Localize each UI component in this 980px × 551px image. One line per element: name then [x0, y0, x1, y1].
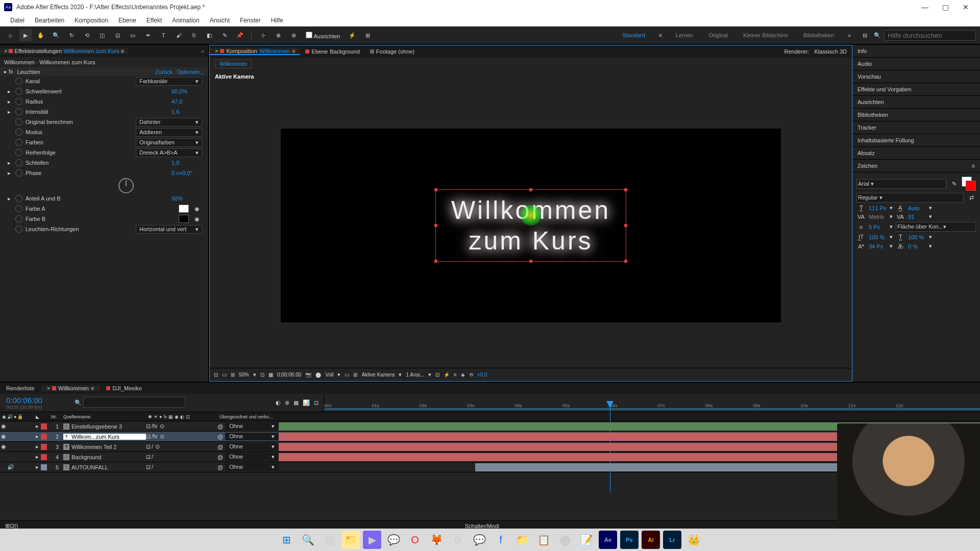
resolution-value[interactable]: Voll: [325, 372, 333, 378]
color-swatch[interactable]: [179, 205, 189, 213]
home-tool[interactable]: ⌂: [4, 29, 16, 41]
eye-icon[interactable]: [0, 464, 7, 470]
switch-shy[interactable]: ⊡: [146, 433, 151, 440]
workspace-original[interactable]: Original: [702, 32, 734, 38]
tl-current-time[interactable]: 0:00:06:00 00150 (25.00 fps): [0, 394, 71, 412]
panel-vorschau[interactable]: Vorschau: [852, 70, 980, 83]
selected-text-layer[interactable]: Willkommenzum Kurs: [435, 189, 626, 262]
panel-info[interactable]: Info: [852, 45, 980, 58]
workspace-lernen[interactable]: Lernen: [670, 32, 699, 38]
panel-effekte[interactable]: Effekte und Vorgaben: [852, 83, 980, 96]
layer-row-5[interactable]: 🔊 ▸ 5 □ AUTOUNFALL ⊡ / @ Ohne▾: [0, 462, 980, 472]
menu-ansicht[interactable]: Ansicht: [205, 17, 235, 24]
stopwatch-icon[interactable]: [15, 118, 22, 126]
audio-icon[interactable]: 🔊: [7, 464, 14, 470]
layer-name[interactable]: Willkommen Teil 2: [69, 444, 146, 450]
menu-animation[interactable]: Animation: [167, 17, 204, 24]
prop-value[interactable]: 1,6: [172, 109, 202, 115]
layer-color[interactable]: [41, 464, 47, 470]
panel-tracker[interactable]: Tracker: [852, 121, 980, 134]
twirl-icon[interactable]: ▸: [6, 160, 12, 166]
menu-komposition[interactable]: Komposition: [69, 17, 113, 24]
maximize-button[interactable]: ▢: [935, 0, 955, 14]
vscale[interactable]: 100 %: [869, 234, 887, 240]
layer-name[interactable]: Background: [69, 454, 146, 460]
layer-row-2[interactable]: ◉ ▸ 2 T Willkom...zum Kurs ⊡ /fx ⊙ @ Ohn…: [0, 432, 980, 442]
tl-tool-frame[interactable]: ▦: [293, 399, 299, 406]
prop-value[interactable]: 60,0%: [172, 88, 202, 94]
switch-fx[interactable]: /: [152, 464, 153, 470]
zoom-tool[interactable]: 🔍: [50, 29, 62, 41]
tb-explorer[interactable]: 📁: [341, 531, 360, 549]
tl-tab-renderliste[interactable]: Renderliste: [0, 385, 41, 391]
stopwatch-icon[interactable]: [15, 226, 22, 233]
eyedropper-icon[interactable]: ✎: [949, 181, 959, 187]
viewer-tab-comp[interactable]: × Komposition Willkommen ≡: [210, 48, 300, 55]
channel-icon[interactable]: ⬤: [315, 372, 321, 378]
tb-app1[interactable]: ▶: [363, 531, 381, 549]
stroke-swatch[interactable]: [966, 181, 976, 191]
kerning[interactable]: Metrik: [869, 214, 887, 220]
tl-toggle-brackets-icon[interactable]: {}: [14, 523, 18, 529]
panel-audio[interactable]: Audio: [852, 58, 980, 70]
minimize-button[interactable]: —: [915, 0, 935, 14]
switch-fx[interactable]: /: [152, 443, 153, 450]
prop-dropdown[interactable]: Horizontal und vert▾: [136, 225, 202, 234]
layer-name[interactable]: Einstellungsebene 3: [69, 423, 146, 430]
rotate-tool[interactable]: ⟲: [81, 29, 93, 41]
color-swatch[interactable]: [179, 215, 189, 223]
twirl-icon[interactable]: ▸: [6, 88, 12, 95]
col-solo-icon[interactable]: ●: [14, 414, 16, 419]
views-value[interactable]: 1 Ansi...: [406, 372, 424, 378]
menu-fenster[interactable]: Fenster: [235, 17, 266, 24]
breadcrumb-comp[interactable]: Willkommen: [215, 60, 252, 68]
col-eye-icon[interactable]: ◉: [2, 414, 6, 419]
viewer-tab-footage[interactable]: Footage (ohne): [365, 48, 420, 55]
menu-effekt[interactable]: Effekt: [141, 17, 167, 24]
brush-tool[interactable]: 🖌: [173, 29, 185, 41]
prop-dropdown[interactable]: Dreieck A>B>A▾: [136, 148, 202, 157]
workspace-standard[interactable]: Standard: [616, 32, 651, 38]
switch-3d[interactable]: ⊙: [155, 443, 160, 450]
snap-options[interactable]: ⚡: [346, 29, 358, 41]
switch-shy[interactable]: ⊡: [146, 454, 151, 460]
prop-dropdown[interactable]: Farbkanäle▾: [136, 77, 202, 86]
tb-app3[interactable]: 📋: [534, 531, 553, 549]
pen-tool[interactable]: ✒: [142, 29, 154, 41]
eye-icon[interactable]: ◉: [0, 423, 7, 430]
tb-start[interactable]: ⊞: [277, 531, 296, 549]
parent-dropdown[interactable]: Ohne▾: [225, 422, 279, 430]
tl-tab-dji[interactable]: DJI_Mexiko: [100, 385, 148, 391]
phase-dial[interactable]: [118, 178, 134, 193]
menu-datei[interactable]: Datei: [5, 17, 30, 24]
mask-icon[interactable]: ⊡: [214, 372, 218, 378]
close-button[interactable]: ✕: [955, 0, 976, 14]
hscale[interactable]: 100 %: [908, 234, 926, 240]
switch-shy[interactable]: ⊡: [146, 443, 151, 450]
pickwhip-icon[interactable]: @: [217, 434, 223, 440]
stopwatch-icon[interactable]: [15, 195, 22, 202]
twirl-icon[interactable]: ▸: [6, 195, 12, 202]
tl-search-input[interactable]: [83, 397, 185, 408]
swap-icon[interactable]: ⇄: [967, 194, 976, 201]
tl-tab-willkommen[interactable]: × Willkommen ≡: [41, 385, 101, 391]
stopwatch-icon[interactable]: [15, 169, 22, 177]
font-size[interactable]: 111 Px: [869, 205, 887, 211]
font-style[interactable]: Regular ▾: [856, 193, 964, 203]
viewer-tab-layer[interactable]: Ebene Background: [300, 48, 365, 55]
panel-zeichen[interactable]: Zeichen≡: [852, 160, 980, 172]
panel-absatz[interactable]: Absatz: [852, 147, 980, 160]
layer-color[interactable]: [41, 454, 47, 460]
switch-fx[interactable]: /fx: [152, 433, 158, 440]
stopwatch-icon[interactable]: [15, 108, 22, 115]
fx-toggle-icon[interactable]: ▸ fx: [4, 68, 13, 75]
layer-color[interactable]: [41, 444, 47, 450]
hand-tool[interactable]: ✋: [35, 29, 47, 41]
tb-whatsapp[interactable]: 💬: [384, 531, 403, 549]
baseline[interactable]: 34 Px: [869, 243, 887, 249]
parent-dropdown[interactable]: Ohne▾: [225, 433, 279, 440]
panel-bibliotheken[interactable]: Bibliotheken: [852, 109, 980, 121]
tb-illustrator[interactable]: Ai: [642, 531, 660, 549]
tb-opera[interactable]: O: [406, 531, 424, 549]
prop-dropdown[interactable]: Dahinter▾: [136, 118, 202, 127]
